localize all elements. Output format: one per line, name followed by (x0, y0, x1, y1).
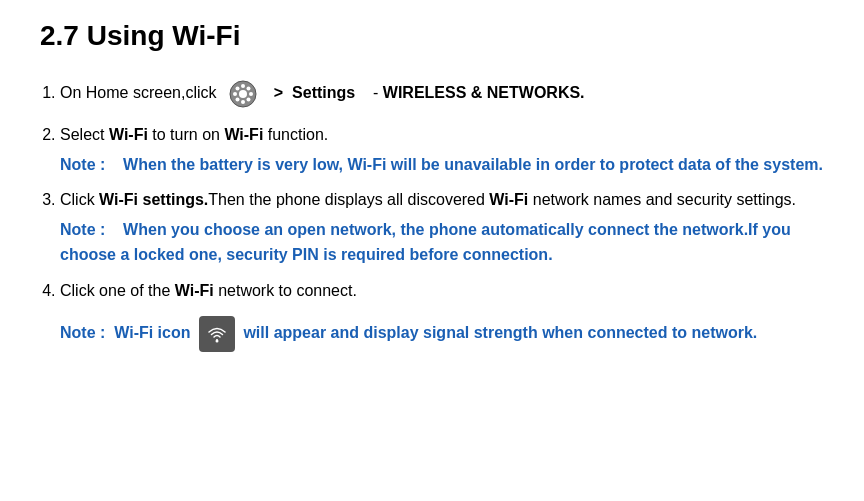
step-4-note-suffix: will appear and display signal strength … (243, 324, 757, 341)
step-1: On Home screen,click > Settings (60, 76, 824, 112)
main-content: On Home screen,click > Settings (40, 76, 824, 352)
step-3-note: Note : When you choose an open network, … (60, 217, 824, 268)
page-title: 2.7 Using Wi-Fi (40, 20, 824, 52)
step-2-note-text: Note : When the battery is very low, Wi-… (60, 156, 823, 173)
step-1-arrow: > (269, 84, 292, 101)
svg-point-8 (235, 98, 239, 102)
steps-list: On Home screen,click > Settings (40, 76, 824, 352)
wifi-status-icon (199, 316, 235, 352)
step-2: Select Wi-Fi to turn on Wi-Fi function. … (60, 122, 824, 177)
svg-point-10 (215, 339, 218, 342)
home-settings-icon (225, 76, 261, 112)
step-4-text: Click one of the Wi-Fi network to connec… (60, 282, 357, 299)
step-2-note: Note : When the battery is very low, Wi-… (60, 152, 824, 178)
step-1-text: On Home screen,click (60, 84, 221, 101)
svg-point-3 (241, 100, 245, 104)
settings-label: Settings (292, 84, 355, 101)
wireless-label: WIRELESS & NETWORKS. (383, 84, 585, 101)
step-2-text: Select Wi-Fi to turn on Wi-Fi function. (60, 126, 328, 143)
svg-point-2 (241, 84, 245, 88)
step-3: Click Wi-Fi settings.Then the phone disp… (60, 187, 824, 268)
step-3-text: Click Wi-Fi settings.Then the phone disp… (60, 191, 796, 208)
svg-point-9 (246, 98, 250, 102)
svg-point-7 (246, 87, 250, 91)
svg-point-4 (233, 92, 237, 96)
step-4-note-prefix: Note : Wi-Fi icon (60, 324, 195, 341)
svg-point-5 (249, 92, 253, 96)
step-4-note: Note : Wi-Fi icon will appear and displa… (60, 316, 824, 352)
step-3-note-text: Note : When you choose an open network, … (60, 221, 791, 264)
svg-point-1 (239, 90, 247, 98)
svg-point-6 (235, 87, 239, 91)
step-1-separator: - (360, 84, 379, 101)
step-4: Click one of the Wi-Fi network to connec… (60, 278, 824, 352)
